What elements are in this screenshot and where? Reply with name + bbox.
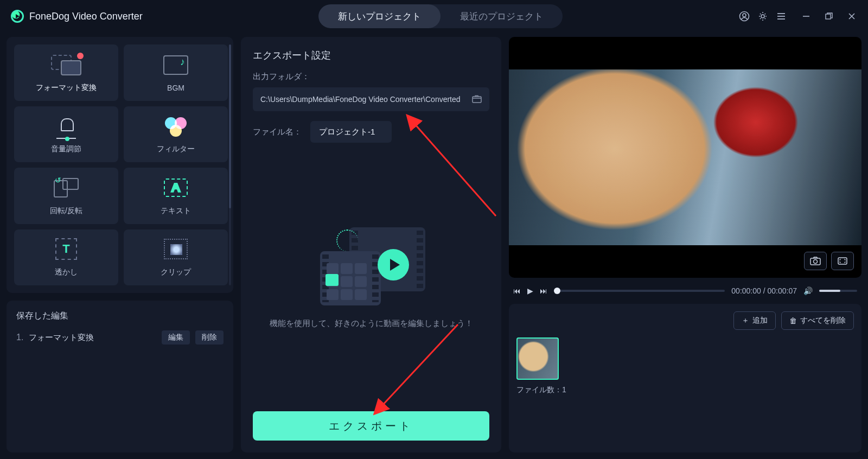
snapshot-icon[interactable] — [804, 252, 827, 270]
volume-icon — [50, 114, 82, 138]
left-column: フォーマット変換 BGM 音量調節 フィルター ↺ — [7, 37, 233, 452]
tool-volume[interactable]: 音量調節 — [14, 106, 118, 163]
tool-label: フィルター — [157, 144, 195, 154]
plus-icon: ＋ — [742, 316, 749, 326]
tool-rotate[interactable]: ↺ 回転/反転 — [14, 168, 118, 224]
titlebar: FoneDog Video Converter 新しいプロジェクト 最近のプロジ… — [0, 0, 868, 33]
clear-clips-button[interactable]: 🗑すべてを削除 — [781, 311, 854, 330]
output-folder-label: 出力フォルダ： — [253, 72, 489, 82]
bgm-icon — [159, 53, 192, 77]
export-settings-title: エクスポート設定 — [253, 49, 489, 62]
seek-bar[interactable] — [554, 290, 725, 292]
window-maximize[interactable] — [824, 11, 834, 22]
prev-frame-icon[interactable]: ⏮ — [513, 286, 521, 295]
account-icon[interactable] — [739, 11, 750, 22]
video-preview[interactable] — [509, 37, 861, 278]
settings-icon[interactable] — [757, 11, 768, 22]
tool-format-convert[interactable]: フォーマット変換 — [14, 44, 118, 101]
app-logo-wrap: FoneDog Video Converter — [11, 10, 143, 23]
project-tab-switch: 新しいプロジェクト 最近のプロジェクト — [318, 4, 563, 28]
saved-edits-title: 保存した編集 — [16, 310, 224, 322]
saved-edit-button[interactable]: 編集 — [162, 330, 190, 345]
tool-label: 音量調節 — [51, 144, 81, 154]
play-icon[interactable]: ▶ — [527, 286, 533, 295]
time-display: 00:00:00 / 00:00:07 — [731, 286, 797, 295]
svg-rect-15 — [838, 258, 847, 264]
tool-filter[interactable]: フィルター — [124, 106, 228, 163]
clip-icon — [159, 237, 192, 261]
clips-panel: ＋追加 🗑すべてを削除 ファイル数：1 — [509, 304, 861, 452]
preview-frame — [509, 69, 861, 245]
app-window: FoneDog Video Converter 新しいプロジェクト 最近のプロジ… — [0, 0, 868, 459]
titlebar-right — [739, 11, 857, 22]
next-frame-icon[interactable]: ⏭ — [540, 286, 547, 295]
svg-point-1 — [743, 14, 746, 17]
export-button[interactable]: エクスポート — [253, 411, 489, 441]
svg-point-0 — [739, 12, 749, 21]
add-clip-button[interactable]: ＋追加 — [733, 311, 776, 330]
watermark-icon: T — [50, 237, 82, 261]
export-illustration: 機能を使用して、好きのように動画を編集しましょう！ — [253, 143, 489, 411]
tools-panel: フォーマット変換 BGM 音量調節 フィルター ↺ — [7, 37, 233, 293]
tab-new-project[interactable]: 新しいプロジェクト — [318, 4, 441, 28]
file-count: ファイル数：1 — [516, 385, 854, 395]
window-close[interactable] — [846, 11, 857, 22]
play-illustration-icon — [378, 249, 409, 280]
tool-clip[interactable]: クリップ — [124, 229, 228, 286]
tool-label: BGM — [167, 84, 184, 92]
format-convert-icon — [50, 53, 82, 76]
filename-label: ファイル名： — [253, 127, 302, 137]
tool-label: 回転/反転 — [50, 206, 82, 216]
right-column: ⏮ ▶ ⏭ 00:00:00 / 00:00:07 🔊 ＋追加 🗑すべてを削除 … — [509, 37, 861, 452]
export-panel: エクスポート設定 出力フォルダ： C:\Users\DumpMedia\Fone… — [241, 37, 501, 452]
player-controls: ⏮ ▶ ⏭ 00:00:00 / 00:00:07 🔊 — [509, 284, 861, 297]
volume-slider[interactable] — [819, 290, 857, 292]
clip-thumbnails — [516, 337, 854, 380]
tool-label: テキスト — [161, 206, 191, 216]
clip-thumbnail[interactable] — [516, 337, 559, 380]
saved-delete-button[interactable]: 削除 — [195, 330, 224, 345]
saved-edits-panel: 保存した編集 1. フォーマット変換 編集 削除 — [7, 301, 233, 452]
svg-rect-7 — [826, 14, 831, 19]
svg-point-2 — [761, 15, 764, 18]
tool-label: クリップ — [161, 267, 191, 277]
tab-recent-project[interactable]: 最近のプロジェクト — [441, 4, 563, 28]
window-minimize[interactable] — [801, 11, 812, 22]
saved-edit-row: 1. フォーマット変換 編集 削除 — [16, 330, 224, 345]
main-body: フォーマット変換 BGM 音量調節 フィルター ↺ — [0, 33, 868, 459]
svg-point-14 — [814, 260, 818, 264]
rotate-icon: ↺ — [50, 176, 82, 200]
volume-icon[interactable]: 🔊 — [803, 286, 813, 295]
saved-edit-index: 1. — [16, 333, 23, 342]
filter-icon — [159, 114, 192, 138]
output-folder-input[interactable]: C:\Users\DumpMedia\FoneDog Video Convert… — [253, 87, 489, 111]
tools-scrollbar[interactable] — [229, 44, 231, 285]
text-icon — [159, 176, 192, 200]
menu-icon[interactable] — [776, 11, 787, 22]
tool-bgm[interactable]: BGM — [124, 44, 228, 101]
tool-watermark[interactable]: T 透かし — [14, 229, 118, 286]
saved-edit-name: フォーマット変換 — [29, 333, 156, 343]
output-folder-path: C:\Users\DumpMedia\FoneDog Video Convert… — [260, 95, 467, 104]
export-hint-text: 機能を使用して、好きのように動画を編集しましょう！ — [270, 316, 473, 330]
app-title: FoneDog Video Converter — [29, 11, 143, 22]
tool-label: 透かし — [55, 267, 78, 277]
app-logo-icon — [11, 10, 24, 23]
fullscreen-icon[interactable] — [831, 252, 854, 270]
filename-input[interactable]: プロジェクト-1 — [310, 121, 392, 143]
trash-icon: 🗑 — [789, 316, 797, 325]
tool-label: フォーマット変換 — [36, 83, 97, 93]
browse-folder-icon[interactable] — [472, 95, 482, 104]
svg-rect-10 — [473, 97, 481, 103]
tool-text[interactable]: テキスト — [124, 168, 228, 224]
